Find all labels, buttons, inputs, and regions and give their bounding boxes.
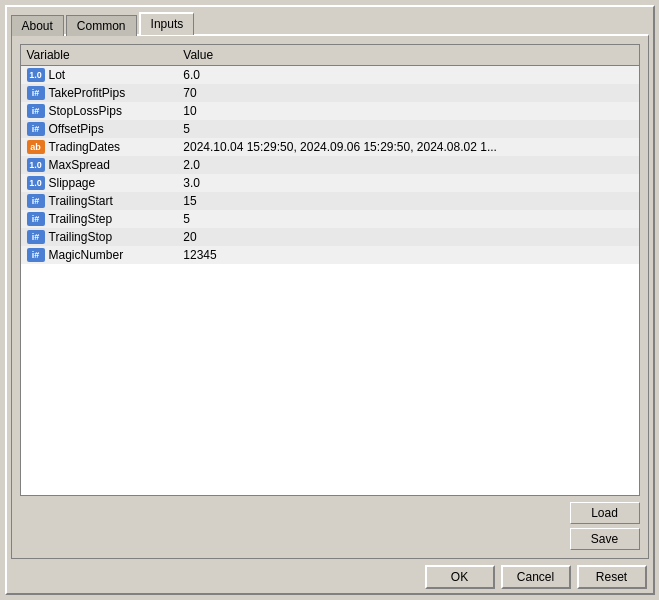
tab-about[interactable]: About [11, 15, 64, 36]
variable-cell: i#TrailingStart [21, 192, 178, 210]
value-cell: 6.0 [177, 66, 638, 85]
content-area: Variable Value 1.0Lot6.0i#TakeProfitPips… [11, 34, 649, 559]
variable-cell: i#TakeProfitPips [21, 84, 178, 102]
variable-name: TrailingStop [49, 230, 113, 244]
variable-cell: 1.0MaxSpread [21, 156, 178, 174]
value-cell: 5 [177, 210, 638, 228]
table-row: 1.0Lot6.0 [21, 66, 639, 85]
value-cell: 2024.10.04 15:29:50, 2024.09.06 15:29:50… [177, 138, 638, 156]
value-cell: 5 [177, 120, 638, 138]
table-row: i#TrailingStop20 [21, 228, 639, 246]
value-cell: 2.0 [177, 156, 638, 174]
variable-cell: i#OffsetPips [21, 120, 178, 138]
type-icon: i# [27, 230, 45, 244]
variable-name: TrailingStep [49, 212, 113, 226]
value-cell: 70 [177, 84, 638, 102]
type-icon: 1.0 [27, 68, 45, 82]
variable-name: TradingDates [49, 140, 121, 154]
variable-cell: i#TrailingStop [21, 228, 178, 246]
type-icon: i# [27, 248, 45, 262]
value-cell: 10 [177, 102, 638, 120]
table-row: abTradingDates2024.10.04 15:29:50, 2024.… [21, 138, 639, 156]
variable-cell: abTradingDates [21, 138, 178, 156]
table-row: i#TrailingStart15 [21, 192, 639, 210]
type-icon: i# [27, 86, 45, 100]
type-icon: i# [27, 122, 45, 136]
save-button[interactable]: Save [570, 528, 640, 550]
variable-name: Lot [49, 68, 66, 82]
tab-common[interactable]: Common [66, 15, 137, 36]
reset-button[interactable]: Reset [577, 565, 647, 589]
bottom-bar: OK Cancel Reset [7, 559, 653, 593]
variable-name: OffsetPips [49, 122, 104, 136]
inputs-table: Variable Value 1.0Lot6.0i#TakeProfitPips… [21, 45, 639, 264]
load-button[interactable]: Load [570, 502, 640, 524]
variable-name: TakeProfitPips [49, 86, 126, 100]
variable-name: MagicNumber [49, 248, 124, 262]
btn-panel: Load Save [20, 502, 640, 550]
value-cell: 20 [177, 228, 638, 246]
dialog: About Common Inputs Variable Value 1.0Lo… [5, 5, 655, 595]
cancel-button[interactable]: Cancel [501, 565, 571, 589]
table-row: i#TrailingStep5 [21, 210, 639, 228]
variable-cell: 1.0Slippage [21, 174, 178, 192]
value-cell: 3.0 [177, 174, 638, 192]
col-variable-header: Variable [21, 45, 178, 66]
type-icon: ab [27, 140, 45, 154]
variable-name: MaxSpread [49, 158, 110, 172]
tab-bar: About Common Inputs [7, 7, 653, 34]
variable-cell: i#MagicNumber [21, 246, 178, 264]
type-icon: 1.0 [27, 158, 45, 172]
type-icon: i# [27, 194, 45, 208]
table-row: i#TakeProfitPips70 [21, 84, 639, 102]
inputs-table-container: Variable Value 1.0Lot6.0i#TakeProfitPips… [20, 44, 640, 496]
variable-cell: 1.0Lot [21, 66, 178, 85]
ok-button[interactable]: OK [425, 565, 495, 589]
type-icon: i# [27, 212, 45, 226]
tab-inputs[interactable]: Inputs [139, 12, 195, 35]
variable-cell: i#TrailingStep [21, 210, 178, 228]
col-value-header: Value [177, 45, 638, 66]
value-cell: 12345 [177, 246, 638, 264]
table-row: i#StopLossPips10 [21, 102, 639, 120]
value-cell: 15 [177, 192, 638, 210]
variable-name: TrailingStart [49, 194, 113, 208]
variable-cell: i#StopLossPips [21, 102, 178, 120]
table-row: 1.0MaxSpread2.0 [21, 156, 639, 174]
type-icon: 1.0 [27, 176, 45, 190]
table-row: 1.0Slippage3.0 [21, 174, 639, 192]
type-icon: i# [27, 104, 45, 118]
variable-name: Slippage [49, 176, 96, 190]
variable-name: StopLossPips [49, 104, 122, 118]
table-row: i#OffsetPips5 [21, 120, 639, 138]
table-row: i#MagicNumber12345 [21, 246, 639, 264]
